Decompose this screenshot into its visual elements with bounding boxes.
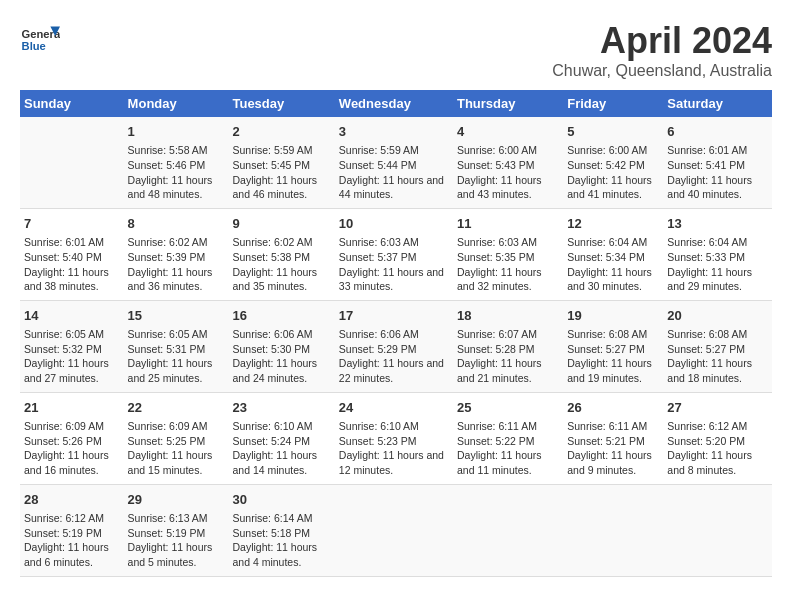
calendar-cell: 12Sunrise: 6:04 AM Sunset: 5:34 PM Dayli…	[563, 208, 663, 300]
day-number: 14	[24, 307, 120, 325]
day-detail: Sunrise: 6:08 AM Sunset: 5:27 PM Dayligh…	[567, 327, 659, 386]
calendar-cell: 6Sunrise: 6:01 AM Sunset: 5:41 PM Daylig…	[663, 117, 772, 208]
day-detail: Sunrise: 6:05 AM Sunset: 5:31 PM Dayligh…	[128, 327, 225, 386]
week-row-3: 14Sunrise: 6:05 AM Sunset: 5:32 PM Dayli…	[20, 300, 772, 392]
calendar-cell: 4Sunrise: 6:00 AM Sunset: 5:43 PM Daylig…	[453, 117, 563, 208]
week-row-2: 7Sunrise: 6:01 AM Sunset: 5:40 PM Daylig…	[20, 208, 772, 300]
calendar-cell: 3Sunrise: 5:59 AM Sunset: 5:44 PM Daylig…	[335, 117, 453, 208]
calendar-cell: 21Sunrise: 6:09 AM Sunset: 5:26 PM Dayli…	[20, 392, 124, 484]
day-number: 19	[567, 307, 659, 325]
calendar-cell: 23Sunrise: 6:10 AM Sunset: 5:24 PM Dayli…	[228, 392, 334, 484]
day-detail: Sunrise: 6:03 AM Sunset: 5:37 PM Dayligh…	[339, 235, 449, 294]
day-detail: Sunrise: 6:07 AM Sunset: 5:28 PM Dayligh…	[457, 327, 559, 386]
day-number: 16	[232, 307, 330, 325]
calendar-cell: 19Sunrise: 6:08 AM Sunset: 5:27 PM Dayli…	[563, 300, 663, 392]
day-number: 1	[128, 123, 225, 141]
day-detail: Sunrise: 6:04 AM Sunset: 5:34 PM Dayligh…	[567, 235, 659, 294]
day-number: 9	[232, 215, 330, 233]
day-number: 5	[567, 123, 659, 141]
week-row-1: 1Sunrise: 5:58 AM Sunset: 5:46 PM Daylig…	[20, 117, 772, 208]
day-detail: Sunrise: 6:11 AM Sunset: 5:21 PM Dayligh…	[567, 419, 659, 478]
column-header-tuesday: Tuesday	[228, 90, 334, 117]
day-number: 11	[457, 215, 559, 233]
calendar-cell: 24Sunrise: 6:10 AM Sunset: 5:23 PM Dayli…	[335, 392, 453, 484]
column-header-wednesday: Wednesday	[335, 90, 453, 117]
day-number: 12	[567, 215, 659, 233]
day-number: 23	[232, 399, 330, 417]
title-area: April 2024 Chuwar, Queensland, Australia	[552, 20, 772, 80]
calendar-table: SundayMondayTuesdayWednesdayThursdayFrid…	[20, 90, 772, 577]
day-detail: Sunrise: 6:04 AM Sunset: 5:33 PM Dayligh…	[667, 235, 768, 294]
page-title: April 2024	[552, 20, 772, 62]
calendar-cell: 8Sunrise: 6:02 AM Sunset: 5:39 PM Daylig…	[124, 208, 229, 300]
calendar-cell: 14Sunrise: 6:05 AM Sunset: 5:32 PM Dayli…	[20, 300, 124, 392]
day-detail: Sunrise: 6:09 AM Sunset: 5:25 PM Dayligh…	[128, 419, 225, 478]
header-row: SundayMondayTuesdayWednesdayThursdayFrid…	[20, 90, 772, 117]
svg-text:Blue: Blue	[22, 40, 46, 52]
logo-icon: General Blue	[20, 20, 60, 60]
calendar-cell: 30Sunrise: 6:14 AM Sunset: 5:18 PM Dayli…	[228, 484, 334, 576]
calendar-cell	[335, 484, 453, 576]
calendar-cell: 20Sunrise: 6:08 AM Sunset: 5:27 PM Dayli…	[663, 300, 772, 392]
day-detail: Sunrise: 6:12 AM Sunset: 5:19 PM Dayligh…	[24, 511, 120, 570]
calendar-cell: 10Sunrise: 6:03 AM Sunset: 5:37 PM Dayli…	[335, 208, 453, 300]
day-detail: Sunrise: 6:06 AM Sunset: 5:29 PM Dayligh…	[339, 327, 449, 386]
day-number: 18	[457, 307, 559, 325]
day-number: 24	[339, 399, 449, 417]
day-detail: Sunrise: 6:09 AM Sunset: 5:26 PM Dayligh…	[24, 419, 120, 478]
calendar-cell: 17Sunrise: 6:06 AM Sunset: 5:29 PM Dayli…	[335, 300, 453, 392]
day-detail: Sunrise: 6:03 AM Sunset: 5:35 PM Dayligh…	[457, 235, 559, 294]
column-header-friday: Friday	[563, 90, 663, 117]
day-number: 3	[339, 123, 449, 141]
week-row-4: 21Sunrise: 6:09 AM Sunset: 5:26 PM Dayli…	[20, 392, 772, 484]
calendar-cell: 1Sunrise: 5:58 AM Sunset: 5:46 PM Daylig…	[124, 117, 229, 208]
calendar-cell: 2Sunrise: 5:59 AM Sunset: 5:45 PM Daylig…	[228, 117, 334, 208]
day-detail: Sunrise: 6:13 AM Sunset: 5:19 PM Dayligh…	[128, 511, 225, 570]
day-detail: Sunrise: 6:01 AM Sunset: 5:41 PM Dayligh…	[667, 143, 768, 202]
day-number: 10	[339, 215, 449, 233]
day-number: 8	[128, 215, 225, 233]
day-number: 13	[667, 215, 768, 233]
calendar-cell: 7Sunrise: 6:01 AM Sunset: 5:40 PM Daylig…	[20, 208, 124, 300]
day-detail: Sunrise: 6:11 AM Sunset: 5:22 PM Dayligh…	[457, 419, 559, 478]
day-detail: Sunrise: 6:00 AM Sunset: 5:43 PM Dayligh…	[457, 143, 559, 202]
day-number: 22	[128, 399, 225, 417]
calendar-cell	[663, 484, 772, 576]
calendar-cell	[563, 484, 663, 576]
day-detail: Sunrise: 5:58 AM Sunset: 5:46 PM Dayligh…	[128, 143, 225, 202]
day-detail: Sunrise: 6:08 AM Sunset: 5:27 PM Dayligh…	[667, 327, 768, 386]
day-number: 2	[232, 123, 330, 141]
day-detail: Sunrise: 6:02 AM Sunset: 5:39 PM Dayligh…	[128, 235, 225, 294]
calendar-cell: 18Sunrise: 6:07 AM Sunset: 5:28 PM Dayli…	[453, 300, 563, 392]
column-header-thursday: Thursday	[453, 90, 563, 117]
calendar-cell: 11Sunrise: 6:03 AM Sunset: 5:35 PM Dayli…	[453, 208, 563, 300]
day-number: 21	[24, 399, 120, 417]
calendar-cell: 29Sunrise: 6:13 AM Sunset: 5:19 PM Dayli…	[124, 484, 229, 576]
calendar-cell: 28Sunrise: 6:12 AM Sunset: 5:19 PM Dayli…	[20, 484, 124, 576]
column-header-monday: Monday	[124, 90, 229, 117]
calendar-cell	[453, 484, 563, 576]
calendar-cell: 16Sunrise: 6:06 AM Sunset: 5:30 PM Dayli…	[228, 300, 334, 392]
logo: General Blue	[20, 20, 60, 60]
calendar-cell: 13Sunrise: 6:04 AM Sunset: 5:33 PM Dayli…	[663, 208, 772, 300]
calendar-cell: 25Sunrise: 6:11 AM Sunset: 5:22 PM Dayli…	[453, 392, 563, 484]
day-detail: Sunrise: 6:10 AM Sunset: 5:24 PM Dayligh…	[232, 419, 330, 478]
calendar-cell: 5Sunrise: 6:00 AM Sunset: 5:42 PM Daylig…	[563, 117, 663, 208]
header: General Blue April 2024 Chuwar, Queensla…	[20, 20, 772, 80]
calendar-cell	[20, 117, 124, 208]
day-detail: Sunrise: 6:00 AM Sunset: 5:42 PM Dayligh…	[567, 143, 659, 202]
day-detail: Sunrise: 6:01 AM Sunset: 5:40 PM Dayligh…	[24, 235, 120, 294]
week-row-5: 28Sunrise: 6:12 AM Sunset: 5:19 PM Dayli…	[20, 484, 772, 576]
calendar-cell: 9Sunrise: 6:02 AM Sunset: 5:38 PM Daylig…	[228, 208, 334, 300]
calendar-cell: 27Sunrise: 6:12 AM Sunset: 5:20 PM Dayli…	[663, 392, 772, 484]
day-number: 30	[232, 491, 330, 509]
calendar-cell: 15Sunrise: 6:05 AM Sunset: 5:31 PM Dayli…	[124, 300, 229, 392]
day-number: 6	[667, 123, 768, 141]
day-number: 17	[339, 307, 449, 325]
day-detail: Sunrise: 6:12 AM Sunset: 5:20 PM Dayligh…	[667, 419, 768, 478]
day-number: 4	[457, 123, 559, 141]
calendar-cell: 26Sunrise: 6:11 AM Sunset: 5:21 PM Dayli…	[563, 392, 663, 484]
day-detail: Sunrise: 6:14 AM Sunset: 5:18 PM Dayligh…	[232, 511, 330, 570]
day-detail: Sunrise: 6:10 AM Sunset: 5:23 PM Dayligh…	[339, 419, 449, 478]
day-number: 25	[457, 399, 559, 417]
